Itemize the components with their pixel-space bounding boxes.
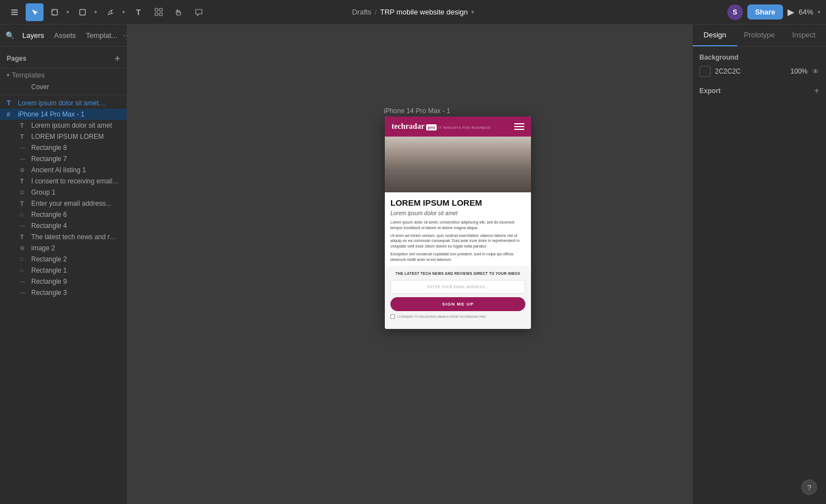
share-button[interactable]: Share <box>747 4 783 20</box>
list-item[interactable]: ⊡ Group 1 <box>0 187 127 198</box>
consent-checkbox[interactable] <box>390 314 395 319</box>
shape-tool-button[interactable] <box>74 3 91 21</box>
frame-tool-button[interactable] <box>46 3 64 21</box>
play-button[interactable]: ▶ <box>788 7 794 17</box>
article-body-para2: Ut enim ad minim veniam, quis nostrud ex… <box>390 233 525 249</box>
tab-templates[interactable]: Templat... <box>81 28 122 43</box>
toolbar-right: S Share ▶ 64% ▾ <box>550 4 820 20</box>
list-item[interactable]: □ Rectangle 1 <box>0 265 127 276</box>
visibility-toggle-icon[interactable]: 👁 <box>812 67 819 76</box>
list-item[interactable]: T Lorem ipsum dolor sit amet <box>0 120 127 131</box>
list-item[interactable]: — Rectangle 9 <box>0 276 127 287</box>
rect-layer-icon: — <box>20 223 28 229</box>
list-item[interactable]: — Rectangle 3 <box>0 287 127 298</box>
svg-rect-2 <box>11 14 18 15</box>
email-input-field[interactable]: ENTER YOUR EMAIL ADDRESS... <box>390 280 525 294</box>
pages-label: Pages <box>7 55 26 62</box>
logo-pro-badge: pro <box>426 124 437 130</box>
tab-layers[interactable]: Layers <box>18 28 49 43</box>
zoom-dropdown-icon[interactable]: ▾ <box>818 9 820 15</box>
export-section: Export + <box>699 86 819 96</box>
export-label: Export <box>699 87 721 95</box>
cover-page-item[interactable]: Cover <box>0 81 127 93</box>
svg-rect-12 <box>160 13 162 16</box>
sign-me-up-button[interactable]: SIGN ME UP <box>390 297 525 311</box>
text-layer-icon: T <box>20 122 28 129</box>
templates-label: Templates <box>12 71 45 79</box>
list-item[interactable]: □ Rectangle 6 <box>0 209 127 220</box>
comment-tool-button[interactable] <box>190 3 207 21</box>
list-item[interactable]: T The latest tech news and revi... <box>0 231 127 243</box>
layer-label: Lorem ipsum dolor sit amet, conse... <box>18 99 107 107</box>
select-tool-button[interactable] <box>26 3 44 21</box>
zoom-level[interactable]: 64% <box>799 8 813 16</box>
cover-label: Cover <box>31 83 49 91</box>
list-item[interactable]: — Rectangle 4 <box>0 220 127 231</box>
background-row: 2C2C2C 100% 👁 <box>699 66 819 77</box>
svg-rect-11 <box>155 13 158 16</box>
layer-label: Enter your email address... <box>31 200 111 207</box>
search-icon[interactable]: 🔍 <box>6 31 15 40</box>
help-button[interactable]: ? <box>801 479 817 495</box>
list-item[interactable]: T Enter your email address... <box>0 198 127 209</box>
list-item[interactable]: — Rectangle 7 <box>0 153 127 164</box>
layers-list: T Lorem ipsum dolor sit amet, conse... #… <box>0 95 127 504</box>
layer-label: Rectangle 2 <box>31 255 67 263</box>
frame-dropdown-button[interactable]: ▾ <box>64 3 71 21</box>
project-dropdown-icon[interactable]: ▾ <box>471 9 474 15</box>
breadcrumb-separator: / <box>375 8 377 16</box>
background-color-value[interactable]: 2C2C2C <box>715 67 786 75</box>
layer-label: The latest tech news and revi... <box>31 233 120 241</box>
breadcrumb-drafts[interactable]: Drafts <box>352 8 371 16</box>
tab-design[interactable]: Design <box>693 25 737 46</box>
sidebar-tab-bar: 🔍 Layers Assets Templat... ⋯ <box>0 25 127 47</box>
add-page-button[interactable]: + <box>115 54 120 64</box>
svg-rect-0 <box>11 9 18 11</box>
project-name[interactable]: TRP mobile website design <box>380 8 467 16</box>
right-tab-bar: Design Prototype Inspect <box>693 25 826 47</box>
text-tool-button[interactable]: T <box>129 3 147 21</box>
background-label: Background <box>699 54 819 61</box>
layer-label: I consent to receiving emails ... <box>31 177 120 185</box>
tab-assets[interactable]: Assets <box>50 28 80 43</box>
list-item[interactable]: T I consent to receiving emails ... <box>0 176 127 187</box>
list-item[interactable]: T Lorem ipsum dolor sit amet, conse... <box>0 98 127 109</box>
consent-text: I CONSENT TO RECEIVING EMAILS FROM TECHR… <box>397 315 486 318</box>
hamburger-menu-icon[interactable] <box>514 123 524 130</box>
tab-inspect[interactable]: Inspect <box>781 25 826 46</box>
tab-prototype[interactable]: Prototype <box>737 25 782 46</box>
shape-dropdown-button[interactable]: ▾ <box>91 3 99 21</box>
layer-label: Rectangle 4 <box>31 222 67 230</box>
svg-rect-10 <box>160 8 162 11</box>
list-item[interactable]: # iPhone 14 Pro Max - 1 <box>0 109 127 120</box>
hero-face-graphic <box>385 137 531 192</box>
list-item[interactable]: T LOREM IPSUM LOREM <box>0 131 127 142</box>
main-menu-button[interactable] <box>6 3 23 21</box>
components-tool-button[interactable] <box>149 3 167 21</box>
phone-mockup: techradar pro IT INSIGHTS FOR BUSINESS L… <box>385 117 531 329</box>
hand-tool-button[interactable] <box>170 3 187 21</box>
background-color-swatch[interactable] <box>699 66 711 77</box>
text-layer-icon: T <box>20 200 28 207</box>
list-item[interactable]: — Rectangle 8 <box>0 142 127 153</box>
pen-tool-button[interactable] <box>102 3 119 21</box>
logo-tagline: IT INSIGHTS FOR BUSINESS <box>438 126 491 129</box>
pen-dropdown-button[interactable]: ▾ <box>119 3 127 21</box>
frame-layer-icon: # <box>7 111 15 118</box>
layer-label: iPhone 14 Pro Max - 1 <box>18 110 84 118</box>
logo-main-text: techradar <box>392 122 424 131</box>
add-export-button[interactable]: + <box>814 86 819 96</box>
phone-logo: techradar pro IT INSIGHTS FOR BUSINESS <box>392 122 491 131</box>
templates-group-header[interactable]: ▾ Templates <box>0 69 127 81</box>
text-layer-icon: T <box>20 234 28 240</box>
article-title: LOREM IPSUM LOREM <box>390 198 525 208</box>
svg-rect-8 <box>80 9 85 15</box>
list-item[interactable]: ⊞ image 2 <box>0 243 127 254</box>
right-panel-content: Background 2C2C2C 100% 👁 Export + <box>693 47 826 112</box>
list-item[interactable]: ⊞ Ancient AI listing 1 <box>0 164 127 176</box>
canvas-area[interactable]: iPhone 14 Pro Max - 1 techradar pro IT I… <box>127 25 692 504</box>
rect-layer-icon: □ <box>20 268 28 273</box>
list-item[interactable]: □ Rectangle 2 <box>0 254 127 265</box>
background-opacity-value[interactable]: 100% <box>790 67 808 75</box>
frame-label: iPhone 14 Pro Max - 1 <box>384 107 450 115</box>
